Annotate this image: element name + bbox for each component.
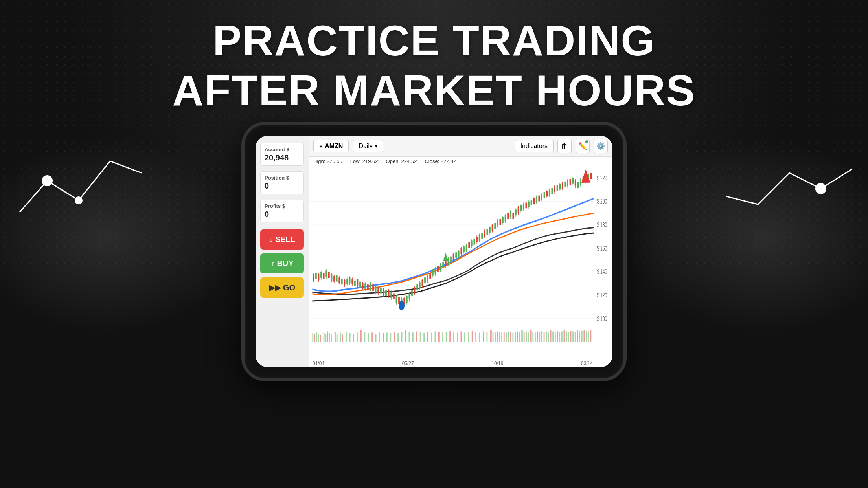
svg-rect-319: [575, 180, 576, 186]
svg-rect-117: [313, 275, 314, 281]
indicators-button[interactable]: Indicators: [515, 140, 554, 152]
svg-rect-139: [341, 279, 343, 284]
delete-button[interactable]: 🗑: [557, 139, 572, 153]
phone-screen: Account $ 20,948 Position $ 0 Profits $ …: [256, 136, 612, 367]
ticker-label: AMZN: [325, 143, 343, 150]
svg-rect-96: [548, 332, 549, 342]
svg-rect-38: [371, 332, 373, 342]
svg-rect-31: [346, 332, 347, 342]
svg-rect-155: [362, 283, 364, 289]
svg-rect-147: [351, 279, 353, 284]
svg-rect-119: [315, 273, 317, 279]
svg-rect-125: [323, 273, 325, 279]
svg-rect-59: [449, 331, 451, 342]
phone-power-button: [623, 172, 625, 188]
svg-rect-88: [530, 330, 532, 342]
svg-rect-149: [354, 281, 356, 286]
svg-rect-69: [486, 332, 487, 342]
period-button[interactable]: Daily ▾: [353, 140, 383, 152]
svg-rect-201: [422, 280, 423, 286]
account-block: Account $ 20,948: [260, 143, 304, 166]
svg-rect-19: [316, 332, 317, 342]
phone-volume-button: [243, 180, 245, 200]
svg-text:$ 140: $ 140: [597, 268, 607, 275]
svg-rect-78: [508, 331, 509, 342]
svg-text:$ 220: $ 220: [597, 174, 607, 182]
svg-rect-47: [405, 330, 406, 342]
svg-rect-297: [546, 191, 548, 197]
svg-marker-332: [443, 253, 448, 261]
phone-outer-shell: Account $ 20,948 Position $ 0 Profits $ …: [241, 122, 627, 381]
svg-rect-93: [541, 331, 542, 342]
svg-rect-23: [325, 334, 326, 342]
svg-rect-309: [562, 183, 563, 189]
sell-button[interactable]: ↓ SELL: [260, 229, 304, 250]
svg-rect-22: [324, 332, 325, 342]
svg-rect-303: [554, 186, 555, 192]
go-button[interactable]: ▶▶ GO: [260, 277, 304, 298]
svg-rect-123: [320, 272, 322, 278]
svg-rect-235: [466, 245, 467, 251]
svg-rect-287: [533, 198, 535, 204]
svg-rect-110: [579, 331, 580, 342]
svg-rect-103: [564, 330, 565, 342]
svg-rect-113: [586, 331, 587, 342]
svg-rect-191: [409, 294, 410, 299]
sell-label: SELL: [275, 235, 295, 244]
svg-point-1: [75, 196, 83, 204]
svg-rect-315: [570, 179, 571, 185]
svg-rect-29: [340, 332, 341, 342]
settings-button[interactable]: ⚙️: [594, 139, 608, 153]
svg-rect-211: [435, 268, 436, 274]
buy-button[interactable]: ↑ BUY: [260, 253, 304, 273]
svg-rect-107: [572, 331, 574, 342]
svg-rect-259: [497, 220, 498, 226]
svg-rect-92: [539, 332, 540, 342]
svg-rect-245: [479, 235, 480, 240]
svg-rect-90: [535, 332, 536, 342]
svg-rect-317: [572, 178, 574, 184]
svg-rect-171: [383, 289, 384, 295]
svg-rect-215: [440, 264, 441, 270]
svg-rect-66: [475, 332, 476, 342]
phone-camera-button: [623, 194, 625, 217]
svg-rect-76: [504, 332, 505, 342]
svg-rect-46: [401, 332, 403, 342]
ticker-button[interactable]: ≡ AMZN: [313, 140, 349, 152]
svg-rect-249: [484, 231, 485, 237]
svg-rect-157: [364, 283, 366, 289]
x-label-3: 10/19: [491, 361, 503, 366]
svg-rect-169: [380, 288, 382, 294]
svg-rect-283: [528, 201, 530, 207]
x-label-2: 05/27: [402, 361, 414, 366]
svg-rect-56: [438, 332, 440, 342]
svg-rect-42: [386, 332, 388, 342]
svg-rect-58: [446, 332, 447, 342]
svg-rect-81: [515, 332, 516, 342]
title-line-1: PRACTICE TRADING: [0, 16, 868, 66]
svg-rect-70: [490, 330, 492, 342]
svg-rect-91: [537, 331, 538, 342]
dropdown-icon: ▾: [375, 143, 377, 149]
svg-rect-153: [359, 282, 361, 288]
edit-button[interactable]: ✏️: [576, 139, 590, 153]
svg-rect-307: [559, 184, 561, 190]
profits-block: Profits $ 0: [260, 200, 304, 222]
svg-rect-305: [557, 185, 558, 191]
svg-rect-227: [455, 252, 457, 258]
chart-area[interactable]: $ 220 $ 200 $ 180 $ 160 $ 140 $ 120 $ 10…: [309, 166, 612, 360]
svg-rect-137: [338, 277, 340, 283]
svg-rect-151: [357, 279, 359, 286]
svg-rect-233: [463, 246, 465, 252]
svg-rect-95: [546, 331, 547, 342]
price-info-bar: High: 226.55 Low: 219.62 Open: 224.52 Cl…: [309, 157, 612, 166]
svg-rect-34: [357, 332, 358, 342]
svg-rect-17: [312, 333, 313, 342]
svg-rect-98: [552, 331, 554, 342]
active-indicator: [585, 140, 588, 143]
position-value: 0: [265, 182, 300, 191]
position-block: Position $ 0: [260, 171, 304, 194]
svg-rect-199: [419, 282, 421, 288]
svg-rect-225: [453, 254, 454, 260]
svg-rect-289: [536, 197, 537, 203]
